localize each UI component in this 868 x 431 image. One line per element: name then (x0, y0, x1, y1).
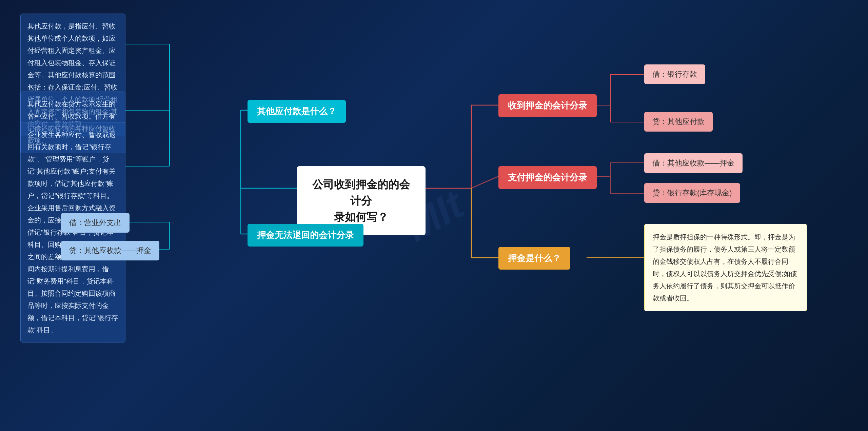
leaf-borrow-business-text: 借：营业外支出 (69, 218, 121, 227)
leaf-borrow-other-receive: 借：其他应收款——押金 (644, 153, 743, 173)
center-text: 公司收到押金的的会计分 录如何写？ (310, 176, 412, 225)
leaf-credit-other-receive: 贷：其他应收款——押金 (61, 241, 159, 260)
question-node-qita-label: 其他应付款是什么？ (257, 106, 336, 116)
section-pay[interactable]: 支付押金的会计分录 (498, 166, 597, 189)
section-pay-label: 支付押金的会计分录 (508, 172, 587, 182)
leaf-borrow-other-receive-text: 借：其他应收款——押金 (652, 159, 734, 167)
svg-line-17 (471, 176, 498, 188)
leaf-credit-bank-cash-text: 贷：银行存款(库存现金) (652, 189, 732, 197)
leaf-borrow-business: 借：营业外支出 (61, 213, 130, 233)
section-what-label: 押金是什么？ (508, 253, 561, 263)
leaf-credit-other-pay: 贷：其他应付款 (644, 112, 713, 132)
question-node-yajin[interactable]: 押金无法退回的会计分录 (248, 224, 363, 247)
section-receive-label: 收到押金的会计分录 (508, 100, 587, 111)
info-yajin: 押金是质押担保的一种特殊形式。即，押金是为了担保债务的履行，债务人或第三人将一定… (644, 224, 807, 311)
leaf-credit-bank-cash: 贷：银行存款(库存现金) (644, 183, 740, 203)
question-node-yajin-label: 押金无法退回的会计分录 (257, 230, 354, 240)
leaf-borrow-bank: 借：银行存款 (644, 64, 705, 84)
question-node-qita[interactable]: 其他应付款是什么？ (248, 100, 346, 123)
info-yajin-text: 押金是质押担保的一种特殊形式。即，押金是为了担保债务的履行，债务人或第三人将一定… (653, 233, 797, 302)
leaf-credit-other-pay-text: 贷：其他应付款 (652, 117, 705, 126)
section-what[interactable]: 押金是什么？ (498, 247, 570, 270)
leaf-borrow-bank-text: 借：银行存款 (652, 70, 697, 78)
connector-lines (0, 0, 868, 431)
section-receive[interactable]: 收到押金的会计分录 (498, 94, 597, 117)
leaf-credit-other-receive-text: 贷：其他应收款——押金 (69, 246, 151, 255)
